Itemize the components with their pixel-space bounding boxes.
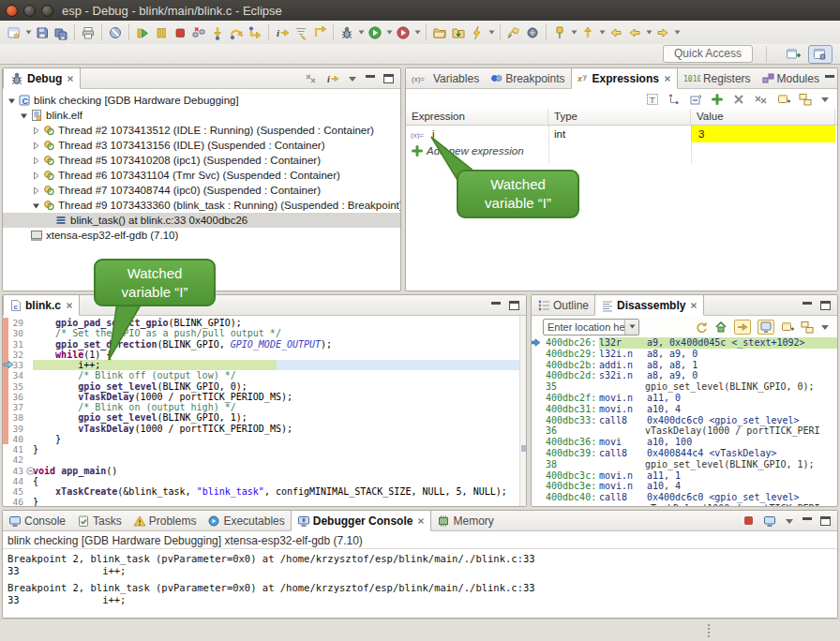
tab-executables[interactable]: Executables — [202, 511, 290, 530]
code-line[interactable]: 34 /* Blink off (output low) */ — [3, 370, 526, 380]
maximize-icon[interactable] — [820, 301, 831, 310]
tab-disassembly[interactable]: Disassembly — [594, 295, 704, 316]
back-arrow-icon[interactable] — [607, 23, 625, 42]
disassembly-line[interactable]: 400dbc3c:movi.na11, 1 — [532, 470, 837, 482]
skip-breakpoints-icon[interactable] — [106, 23, 125, 42]
quick-access-button[interactable]: Quick Access — [663, 45, 753, 63]
disassembly-line[interactable]: 400dbc36:movia10, 100 — [532, 437, 837, 448]
dropdown-icon[interactable] — [356, 23, 366, 42]
external-tools-icon[interactable] — [523, 23, 542, 42]
close-icon[interactable] — [66, 302, 73, 309]
minimize-icon[interactable] — [825, 74, 834, 82]
code-line[interactable]: 46} — [3, 497, 526, 507]
dropdown-icon[interactable] — [569, 23, 578, 42]
remove-x-icon[interactable] — [732, 93, 745, 106]
debug-tree-item[interactable]: xtensa-esp32-elf-gdb (7.10) — [3, 228, 400, 243]
location-combo[interactable]: Enter location here — [543, 319, 639, 335]
print-icon[interactable] — [79, 23, 98, 42]
disassembly-line[interactable]: 38gpio_set_level(BLINK_GPIO, 1); — [532, 459, 837, 470]
code-line[interactable]: 45 xTaskCreate(&blink_task, "blink_task"… — [3, 486, 526, 497]
sync-selection-icon[interactable] — [758, 320, 774, 335]
link-view-icon[interactable] — [799, 93, 812, 106]
debug-icon[interactable] — [338, 23, 356, 42]
tab-variables[interactable]: (x)=Variables — [406, 68, 485, 88]
disassembly-line[interactable]: 400dbc31:movi.na10, 4 — [532, 404, 837, 415]
debug-tree-item[interactable]: Thread #2 1073413512 (IDLE : Running) (S… — [3, 123, 400, 138]
tab-expressions[interactable]: xyExpressions — [571, 68, 678, 89]
chevron-expanded-icon[interactable] — [31, 201, 41, 210]
step-return-icon[interactable] — [246, 23, 264, 42]
disassembly-line[interactable]: 400dbc29:l32i.na8, a9, 0 — [532, 349, 837, 360]
code-line[interactable]: 33 i++; — [3, 360, 526, 370]
follow-pc-icon[interactable] — [734, 320, 751, 335]
chevron-collapsed-icon[interactable] — [31, 171, 41, 180]
tab-outline[interactable]: Outline — [532, 295, 594, 315]
tab-debugger-console[interactable]: Debugger Console — [291, 511, 432, 531]
code-line[interactable]: 42 — [3, 455, 526, 465]
console-output[interactable]: Breakpoint 2, blink_task (pvParameter=0x… — [3, 549, 837, 606]
new-view-icon[interactable] — [781, 320, 794, 334]
code-line[interactable]: 30 /* Set the GPIO as a push/pull output… — [3, 328, 526, 338]
code-line[interactable]: 35 gpio_set_level(BLINK_GPIO, 0); — [3, 381, 526, 392]
code-line[interactable]: 41} — [3, 444, 526, 455]
debug-tree-item[interactable]: Thread #6 1073431104 (Tmr Svc) (Suspende… — [3, 168, 400, 183]
debug-tree-item[interactable]: blink.elf — [3, 108, 400, 123]
dropdown-icon[interactable] — [23, 23, 33, 42]
load-symbols-icon[interactable] — [449, 23, 468, 42]
link-view-icon[interactable] — [801, 320, 814, 334]
open-perspective-icon[interactable] — [784, 45, 802, 64]
refresh-icon[interactable] — [695, 320, 708, 334]
disassembly-line[interactable]: 400dbc26:l32ra9, 0x400d045c <_stext+1092… — [532, 337, 837, 349]
tab-memory[interactable]: Memory — [431, 511, 499, 530]
tab-modules[interactable]: Modules — [757, 68, 825, 88]
chevron-collapsed-icon[interactable] — [31, 157, 41, 165]
debug-tree-item[interactable]: Thread #9 1073433360 (blink_task : Runni… — [3, 198, 400, 213]
flash-icon[interactable] — [468, 23, 487, 42]
disassembly-line[interactable]: 35gpio_set_level(BLINK_GPIO, 0); — [532, 381, 837, 393]
disassembly-line[interactable]: 400dbc2b:addi.na8, a8, 1 — [532, 360, 837, 371]
step-over-icon[interactable] — [227, 23, 246, 42]
minimize-icon[interactable] — [802, 301, 812, 309]
column-header-type[interactable]: Type — [548, 109, 691, 125]
instruction-stepping-icon[interactable]: i — [326, 72, 339, 85]
disassembly-line[interactable]: 400dbc39:call80x400844c4 <vTaskDelay> — [532, 448, 837, 459]
dropdown-icon[interactable] — [412, 23, 422, 42]
tab-debug[interactable]: Debug — [3, 68, 81, 89]
window-minimize-button[interactable] — [23, 5, 36, 17]
minimize-icon[interactable] — [366, 74, 375, 82]
close-icon[interactable] — [67, 75, 74, 82]
view-menu-icon[interactable] — [348, 74, 357, 83]
step-filters-icon[interactable] — [292, 23, 310, 42]
disassembly-line[interactable]: 400dbc2d:s32i.na8, a9, 0 — [532, 370, 837, 381]
tab-tasks[interactable]: Tasks — [71, 511, 128, 530]
new-wizard-icon[interactable] — [5, 23, 23, 42]
dropdown-icon[interactable] — [672, 23, 682, 42]
search-icon[interactable] — [504, 23, 523, 42]
tab-problems[interactable]: Problems — [128, 511, 202, 530]
restart-icon[interactable] — [310, 23, 329, 42]
column-header-expression[interactable]: Expression — [406, 109, 548, 125]
disassembly-line[interactable]: 36vTaskDelay(1000 / portTICK_PERI — [532, 425, 837, 437]
disassembly-line[interactable]: 400dbc40:call80x400dc6c0 <gpio_set_level… — [532, 492, 837, 503]
disassembly-line[interactable]: 400dbc33:call80x400dc6c0 <gpio_set_level… — [532, 415, 837, 426]
home-icon[interactable] — [714, 320, 728, 334]
minimize-icon[interactable] — [491, 301, 501, 309]
close-icon[interactable] — [664, 75, 671, 82]
close-icon[interactable] — [690, 302, 698, 309]
chevron-expanded-icon[interactable] — [19, 112, 29, 120]
code-line[interactable]: 29 gpio_pad_select_gpio(BLINK_GPIO); — [3, 318, 526, 328]
view-menu-icon[interactable] — [820, 322, 830, 332]
code-line[interactable]: 44{ — [3, 476, 526, 486]
save-icon[interactable] — [33, 23, 52, 42]
open-folder-icon[interactable] — [430, 23, 449, 42]
window-maximize-button[interactable] — [41, 5, 53, 17]
debug-tree-item[interactable]: Thread #5 1073410208 (ipc1) (Suspended :… — [3, 153, 400, 168]
clear-terminated-icon[interactable] — [305, 72, 318, 85]
tab-registers[interactable]: 1010Registers — [678, 68, 757, 88]
save-all-icon[interactable] — [52, 23, 70, 42]
disassembly-line[interactable]: 400dbc2f:movi.na11, 0 — [532, 393, 837, 404]
tab-blink-c[interactable]: c blink.c — [3, 295, 80, 316]
code-line[interactable]: 31 gpio_set_direction(BLINK_GPIO, GPIO_M… — [3, 339, 526, 350]
suspend-icon[interactable] — [152, 23, 171, 42]
disassembly-listing[interactable]: 400dbc26:l32ra9, 0x400d045c <_stext+1092… — [532, 337, 837, 507]
